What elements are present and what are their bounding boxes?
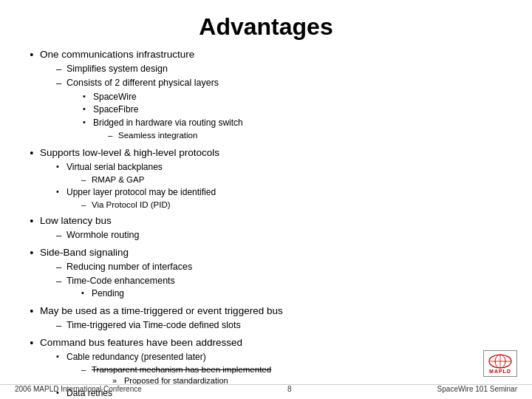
- bullet-dot: •: [30, 48, 40, 64]
- footer-right: SpaceWire 101 Seminar: [437, 385, 517, 393]
- mapld-logo: MAPLD: [483, 350, 519, 378]
- bullet-text: One communications infrastructure – Simp…: [40, 48, 243, 144]
- list-item: – Via Protocol ID (PID): [81, 199, 216, 211]
- bullet-dot: •: [30, 214, 40, 230]
- list-item: • SpaceWire: [83, 91, 243, 103]
- bullet-dot: •: [30, 336, 40, 352]
- list-item: • Pending: [81, 287, 175, 300]
- list-item: – Wormhole routing: [56, 229, 139, 242]
- list-item: • Supports low-level & high-level protoc…: [30, 146, 510, 212]
- list-item: • May be used as a time-triggered or eve…: [30, 304, 510, 334]
- footer-center: 8: [287, 385, 292, 393]
- bullet-dot: •: [30, 146, 40, 162]
- list-item: • Virtual serial backplanes – RMAP & GAP: [56, 161, 219, 185]
- list-item: • Bridged in hardware via routing switch…: [83, 117, 243, 141]
- globe-icon: [488, 354, 512, 369]
- content: • One communications infrastructure – Si…: [22, 48, 510, 399]
- list-item: • Upper layer protocol may be identified…: [56, 186, 219, 211]
- list-item: • Low latency bus – Wormhole routing: [30, 214, 510, 244]
- list-item: • Cable redundancy (presented later) – T…: [56, 351, 335, 386]
- bullet-dot: •: [30, 246, 40, 262]
- list-item: • One communications infrastructure – Si…: [30, 48, 510, 144]
- list-item: – RMAP & GAP: [81, 174, 163, 185]
- footer-left: 2006 MAPLD International Conference: [15, 385, 142, 393]
- list-item: – Consists of 2 different physical layer…: [56, 77, 243, 143]
- list-item: – Reducing number of interfaces: [56, 261, 192, 274]
- list-item: • SpaceFibre: [83, 103, 243, 116]
- list-item: – Time-triggered via Time-code defined s…: [56, 319, 283, 332]
- footer: 2006 MAPLD International Conference 8 Sp…: [0, 384, 532, 393]
- list-item: – Time-Code enhancements • Pending: [56, 275, 192, 301]
- slide: Advantages • One communications infrastr…: [0, 0, 532, 399]
- list-item: – Simplifies system design: [56, 63, 243, 76]
- list-item: • Side-Band signaling – Reducing number …: [30, 246, 510, 302]
- slide-title: Advantages: [22, 13, 510, 41]
- bullet-dot: •: [30, 304, 40, 320]
- list-item: – Seamless integration: [108, 129, 243, 141]
- mapld-text: MAPLD: [489, 369, 511, 374]
- sub-items: – Simplifies system design – Consists of…: [40, 63, 243, 143]
- list-item: – Transparent mechanism has been impleme…: [81, 364, 271, 386]
